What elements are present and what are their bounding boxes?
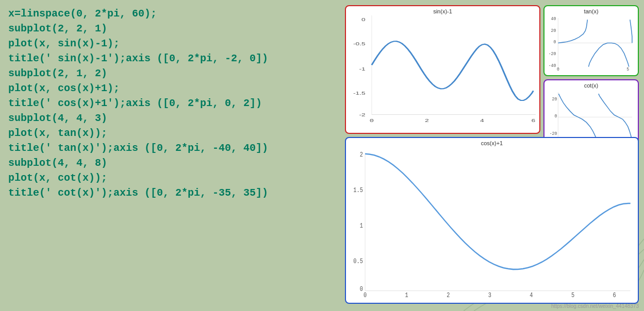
svg-text:4: 4 [530,291,533,299]
svg-text:-1: -1 [359,66,366,72]
svg-text:0: 0 [553,40,556,44]
svg-text:-2: -2 [359,112,366,118]
chart-cos-area: 2 1.5 1 0.5 0 0 1 2 3 4 5 6 [348,147,636,299]
svg-text:-0.5: -0.5 [353,41,366,47]
code-line-11: subplot(4, 4, 8) [8,156,332,170]
svg-text:6: 6 [531,118,535,124]
svg-text:6: 6 [613,291,616,299]
svg-text:-40: -40 [549,63,556,68]
svg-text:1: 1 [405,291,408,299]
svg-text:0: 0 [364,291,367,299]
code-line-12: plot(x, cot(x)); [8,170,332,185]
svg-text:0: 0 [361,16,366,23]
svg-text:20: 20 [551,28,556,33]
svg-text:2: 2 [360,151,363,158]
svg-text:-1.5: -1.5 [353,90,366,96]
svg-text:0: 0 [557,67,559,71]
code-line-3: plot(x, sin(x)-1); [8,36,332,51]
chart-tan-title: tan(x) [547,8,636,14]
svg-text:0: 0 [370,118,374,124]
chart-cos: cos(x)+1 2 1.5 1 0.5 0 0 1 2 3 4 5 6 [345,137,639,304]
code-line-6: plot(x, cos(x)+1); [8,81,332,96]
chart-cos-title: cos(x)+1 [348,140,636,146]
svg-text:-20: -20 [549,51,556,56]
charts-panel: sin(x)-1 0 -0.5 -1 -1.5 -2 0 2 4 6 [345,5,639,304]
svg-text:1: 1 [360,222,363,229]
code-panel: x=linspace(0, 2*pi, 60); subplot(2, 2, 1… [0,0,340,311]
code-line-8: subplot(4, 4, 3) [8,111,332,126]
svg-text:0: 0 [554,114,557,118]
code-line-9: plot(x, tan(x)); [8,126,332,141]
charts-right-col: tan(x) 40 20 0 -20 -40 0 5 [543,5,639,134]
chart-tan: tan(x) 40 20 0 -20 -40 0 5 [543,5,639,76]
code-line-1: x=linspace(0, 2*pi, 60); [8,6,332,21]
code-line-4: title(' sin(x)-1');axis ([0, 2*pi, -2, 0… [8,51,332,66]
svg-text:5: 5 [571,291,574,299]
watermark: https://blog.csdn.net/weixin_44148373 [551,303,639,309]
svg-text:3: 3 [488,291,491,299]
svg-text:40: 40 [551,16,556,21]
chart-sin-title: sin(x)-1 [348,8,537,14]
code-line-5: subplot(2, 1, 2) [8,66,332,81]
chart-cot-title: cot(x) [547,82,636,89]
chart-tan-area: 40 20 0 -20 -40 0 5 [547,15,636,71]
svg-text:4: 4 [480,118,484,124]
svg-text:20: 20 [552,96,557,101]
chart-sin-area: 0 -0.5 -1 -1.5 -2 0 2 4 6 [348,15,537,129]
svg-text:2: 2 [425,118,429,124]
svg-text:2: 2 [447,291,450,299]
code-line-2: subplot(2, 2, 1) [8,21,332,36]
code-line-10: title(' tan(x)');axis ([0, 2*pi, -40, 40… [8,141,332,156]
svg-text:5: 5 [626,67,629,71]
svg-text:1.5: 1.5 [353,186,363,194]
charts-top-row: sin(x)-1 0 -0.5 -1 -1.5 -2 0 2 4 6 [345,5,639,134]
svg-text:-20: -20 [550,131,557,136]
chart-sin: sin(x)-1 0 -0.5 -1 -1.5 -2 0 2 4 6 [345,5,540,134]
code-line-13: title(' cot(x)');axis ([0, 2*pi, -35, 35… [8,185,332,200]
svg-text:0: 0 [360,285,363,292]
svg-text:0.5: 0.5 [353,257,363,265]
code-line-7: title(' cos(x)+1');axis ([0, 2*pi, 0, 2]… [8,96,332,111]
